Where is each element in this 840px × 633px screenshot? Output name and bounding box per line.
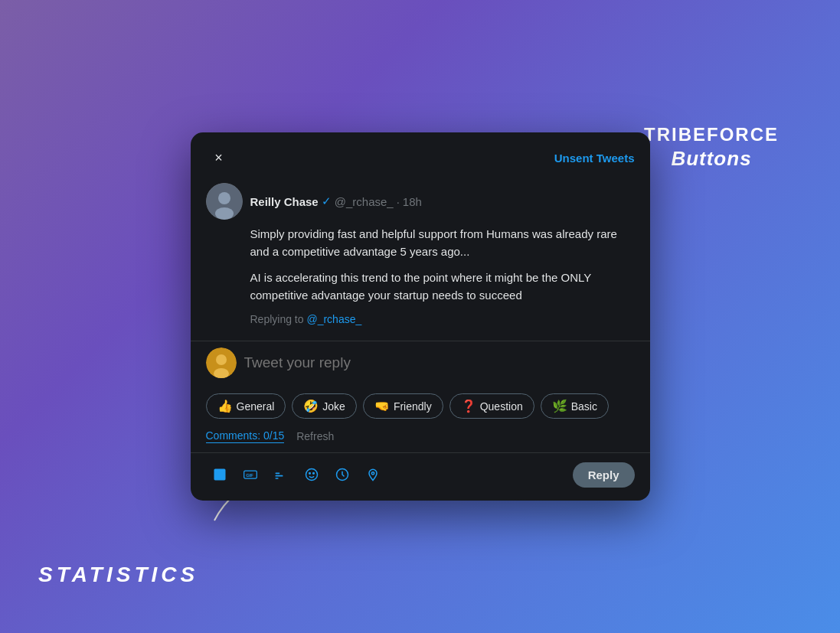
author-avatar [206, 183, 243, 220]
original-tweet: Reilly Chase ✓ @_rchase_ · 18h Simply pr… [191, 183, 650, 341]
reply-input[interactable] [244, 354, 635, 371]
svg-point-16 [371, 472, 374, 475]
unsent-tweets-link[interactable]: Unsent Tweets [554, 152, 635, 165]
reply-button[interactable]: Reply [573, 462, 635, 488]
svg-point-13 [309, 473, 310, 475]
comments-link[interactable]: Comments: 0/15 [206, 429, 285, 443]
tribeforce-section: 👍 General 🤣 Joke 🤜 Friendly ❓ Question 🌿… [191, 384, 650, 452]
reply-modal: × Unsent Tweets Reilly Chase ✓ [191, 132, 650, 501]
friendly-emoji: 🤜 [374, 399, 390, 413]
verified-icon: ✓ [322, 194, 332, 208]
question-emoji: ❓ [461, 399, 476, 413]
tribeforce-annotation: TRIBEFORCE Buttons [644, 122, 779, 172]
svg-text:GIF: GIF [246, 473, 253, 478]
compose-toolbar: GIF [191, 452, 650, 501]
svg-rect-10 [275, 475, 283, 477]
joke-emoji: 🤣 [303, 399, 319, 413]
svg-rect-11 [275, 478, 278, 479]
statistics-annotation: STATISTICS [38, 561, 198, 587]
svg-point-12 [306, 469, 317, 481]
tweet-text-1: Simply providing fast and helpful suppor… [206, 226, 635, 260]
modal-header: × Unsent Tweets [191, 132, 650, 183]
gif-icon-button[interactable]: GIF [237, 461, 264, 488]
tweet-author-row: Reilly Chase ✓ @_rchase_ · 18h [206, 183, 635, 220]
tweet-time: · [397, 195, 400, 208]
author-handle: @_rchase_ [335, 195, 394, 208]
tribeforce-buttons-row: 👍 General 🤣 Joke 🤜 Friendly ❓ Question 🌿… [206, 393, 635, 419]
tweet-text-2: AI is accelerating this trend to the poi… [206, 269, 635, 304]
replying-to: Replying to @_rchase_ [206, 313, 635, 325]
toolbar-icons: GIF [206, 461, 387, 488]
close-button[interactable]: × [206, 145, 232, 171]
replying-to-handle[interactable]: @_rchase_ [306, 313, 361, 325]
tribe-btn-basic[interactable]: 🌿 Basic [541, 393, 609, 419]
svg-rect-9 [275, 473, 279, 475]
stats-row: Comments: 0/15 Refresh [206, 426, 635, 446]
basic-emoji: 🌿 [552, 399, 567, 413]
emoji-icon-button[interactable] [298, 461, 325, 488]
author-name: Reilly Chase [250, 195, 319, 208]
refresh-button[interactable]: Refresh [296, 430, 334, 442]
svg-point-2 [218, 192, 230, 204]
tribe-btn-question[interactable]: ❓ Question [449, 393, 534, 419]
reply-compose-area [191, 341, 650, 384]
image-icon-button[interactable] [206, 461, 234, 488]
poll-icon-button[interactable] [267, 461, 295, 488]
general-emoji: 👍 [217, 399, 233, 413]
tribe-btn-general[interactable]: 👍 General [206, 393, 286, 419]
svg-point-14 [312, 473, 314, 475]
location-icon-button[interactable] [359, 461, 387, 488]
tweet-time-value: 18h [403, 195, 422, 208]
tribe-btn-friendly[interactable]: 🤜 Friendly [363, 393, 443, 419]
schedule-icon-button[interactable] [328, 461, 356, 488]
user-avatar [206, 347, 237, 378]
svg-point-5 [216, 354, 227, 365]
tribe-btn-joke[interactable]: 🤣 Joke [292, 393, 357, 419]
author-info: Reilly Chase ✓ @_rchase_ · 18h [250, 194, 422, 208]
svg-point-3 [215, 207, 234, 220]
